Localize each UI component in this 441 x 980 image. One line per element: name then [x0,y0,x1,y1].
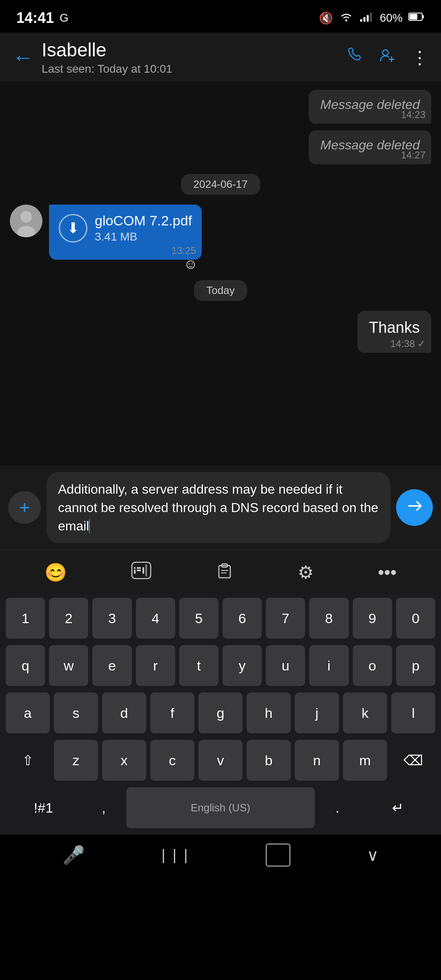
key-f[interactable]: f [150,693,194,733]
call-button[interactable] [345,46,363,68]
key-m[interactable]: m [343,740,387,781]
key-w[interactable]: w [49,645,88,686]
symbols-key[interactable]: !#1 [6,787,81,828]
input-area: + Additionally, a server address may be … [0,466,441,550]
svg-rect-16 [134,570,136,574]
svg-rect-4 [370,13,372,22]
key-p[interactable]: p [396,645,435,686]
file-bubble[interactable]: ⬇ gloCOM 7.2.pdf 3.41 MB 13:25 [49,205,202,260]
qwerty-row: q w e r t y u i o p [0,642,441,689]
signal-icon [359,11,374,25]
key-x[interactable]: x [102,740,146,781]
key-j[interactable]: j [295,693,339,733]
read-checkmark: ✓ [417,338,425,350]
key-b[interactable]: b [247,740,291,781]
settings-button[interactable]: ⚙ [298,562,314,583]
key-g[interactable]: g [198,693,243,733]
emoji-reaction[interactable]: ☺ [183,256,198,272]
key-o[interactable]: o [353,645,392,686]
google-icon: G [60,11,69,24]
key-9[interactable]: 9 [353,598,392,639]
key-v[interactable]: v [198,740,243,781]
key-c[interactable]: c [150,740,194,781]
more-toolbar-button[interactable]: ••• [378,562,396,583]
date-separator-1: 2024-06-17 [10,174,431,195]
contact-name: Isabelle [42,39,345,61]
header-actions: ⋮ [345,46,429,68]
key-n[interactable]: n [295,740,339,781]
shift-key[interactable]: ⇧ [6,740,50,781]
file-time: 13:25 [172,245,196,256]
key-s[interactable]: s [54,693,98,733]
key-t[interactable]: t [179,645,218,686]
send-icon [405,497,423,519]
key-d[interactable]: d [102,693,146,733]
key-l[interactable]: l [391,693,435,733]
bottom-nav: 🎤 | | | ∨ [0,835,441,875]
download-button[interactable]: ⬇ [59,214,87,243]
message-input[interactable]: Additionally, a server address may be ne… [47,472,390,543]
key-3[interactable]: 3 [92,598,131,639]
key-i[interactable]: i [309,645,348,686]
key-k[interactable]: k [343,693,387,733]
key-0[interactable]: 0 [396,598,435,639]
spacebar-key[interactable]: English (US) [126,787,315,828]
key-6[interactable]: 6 [223,598,262,639]
keyboard: 1 2 3 4 5 6 7 8 9 0 q w e r t y u i o p … [0,595,441,835]
key-5[interactable]: 5 [179,598,218,639]
status-time: 14:41 [16,9,54,27]
bottom-row: !#1 , English (US) . ↵ [0,784,441,835]
svg-rect-18 [137,570,141,571]
key-7[interactable]: 7 [266,598,305,639]
date-badge-today: Today [194,280,247,301]
svg-point-12 [20,211,32,223]
svg-rect-2 [363,17,365,22]
svg-point-8 [383,50,388,56]
battery-icon [408,11,425,24]
key-2[interactable]: 2 [49,598,88,639]
enter-key[interactable]: ↵ [360,787,435,828]
key-z[interactable]: z [54,740,98,781]
key-q[interactable]: q [6,645,45,686]
home-button[interactable] [266,844,290,866]
backspace-key[interactable]: ⌫ [391,740,435,781]
send-button[interactable] [396,489,433,526]
key-4[interactable]: 4 [136,598,175,639]
key-8[interactable]: 8 [309,598,348,639]
comma-key[interactable]: , [85,787,122,828]
clipboard-button[interactable] [216,561,234,584]
date-badge-1: 2024-06-17 [181,174,260,195]
file-name: gloCOM 7.2.pdf [95,213,192,229]
key-e[interactable]: e [92,645,131,686]
key-y[interactable]: y [223,645,262,686]
text-cursor [89,519,90,533]
plus-icon: + [19,499,30,517]
deleted-message-2: Message deleted 14:27 [10,130,431,164]
period-key[interactable]: . [319,787,356,828]
attachment-button[interactable]: + [8,491,41,524]
key-h[interactable]: h [247,693,291,733]
mic-button[interactable]: 🎤 [62,844,85,866]
asdf-row: a s d f g h j k l [0,689,441,737]
download-icon: ⬇ [67,220,79,237]
svg-point-0 [345,19,347,21]
svg-rect-17 [137,567,141,569]
zxcv-row: ⇧ z x c v b n m ⌫ [0,737,441,784]
emoji-button[interactable]: 😊 [45,562,67,583]
file-info: gloCOM 7.2.pdf 3.41 MB [95,213,192,243]
deleted-message-1: Message deleted 14:23 [10,90,431,124]
gif-button[interactable] [131,561,151,584]
wifi-icon [339,11,354,25]
chat-header: ← Isabelle Last seen: Today at 10:01 ⋮ [0,33,441,82]
recent-apps-button[interactable]: | | | [161,846,189,864]
key-1[interactable]: 1 [6,598,45,639]
add-contact-button[interactable] [378,46,396,68]
key-a[interactable]: a [6,693,50,733]
key-r[interactable]: r [136,645,175,686]
key-u[interactable]: u [266,645,305,686]
thanks-time: 14:38 ✓ [390,338,425,350]
back-nav-button[interactable]: ∨ [367,846,379,864]
more-options-button[interactable]: ⋮ [411,47,429,68]
battery-text: 60% [380,11,403,24]
back-button[interactable]: ← [12,45,33,69]
